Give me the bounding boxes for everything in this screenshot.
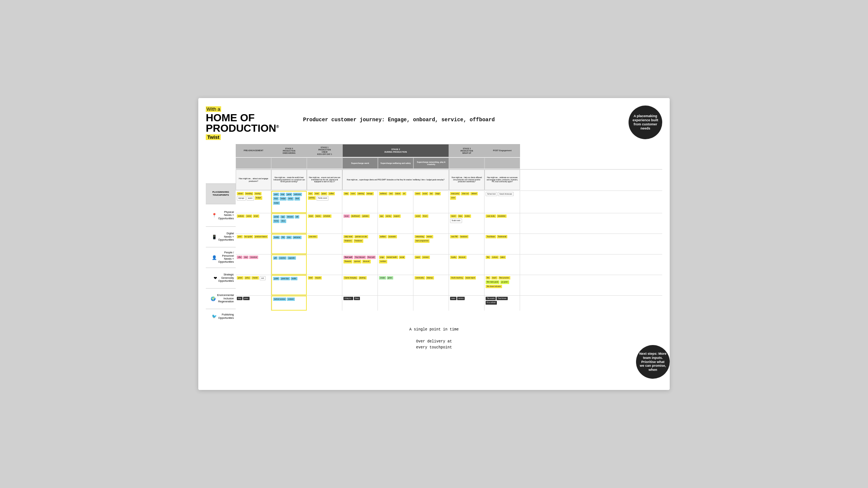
strategic-wellbeing: yoga mental health social nutrition <box>378 254 413 275</box>
strategic-pre: offer deal incentive <box>236 254 271 275</box>
publishing-icon: 🐦 <box>212 314 217 319</box>
strategic-network: event connect <box>413 254 449 275</box>
row-people: pitch tour guide producer liaison buddy … <box>236 234 662 254</box>
env-pre: green policy charter cert <box>236 275 271 295</box>
col-pre-engagement: PRE-ENGAGEMENT <box>236 144 271 157</box>
hmw-onboard: How might we... create the world's best … <box>271 170 307 190</box>
col-headers-row2: Supercharge work Supercharge wellbeing a… <box>236 158 662 169</box>
pub-pre: blog press <box>236 296 271 311</box>
people-pre: pitch tour guide producer liaison <box>236 234 271 254</box>
digital-work: issue dashboard updates <box>342 213 378 234</box>
people-work: daily meet partners on site Relations Fr… <box>342 234 378 254</box>
env-wellbeing: create green <box>378 275 413 295</box>
home-of-text: HOME OF <box>206 113 296 123</box>
row-label-environmental: 🌍 Environmental Inclusion Regeneration <box>206 288 236 309</box>
physical-icon: 📍 <box>212 213 217 218</box>
page-title: Producer customer journey: Engage, onboa… <box>296 106 662 123</box>
digital-post: case study newsletter <box>485 213 520 234</box>
hmw-label-cell: PLACEMAKING TOUCHPOINTS <box>206 183 236 204</box>
header: With a HOME OF PRODUCTION® Twist Produce… <box>206 106 662 140</box>
env-network: community cleanup <box>413 275 449 295</box>
row-label-physical: 📍 Physical Needs + Opportunities <box>206 204 236 226</box>
pub-wrapup: news comms <box>449 296 485 311</box>
env-work: Game changing planting <box>342 275 378 295</box>
hmw-row: How might we... attract and engage produ… <box>236 169 662 190</box>
row-label-people: 👤 People / Personnel Needs + Opportuniti… <box>206 247 236 268</box>
hmw-pre: How might we... attract and engage produ… <box>236 170 271 190</box>
pub-wellbeing <box>378 296 413 311</box>
hmw-during: How might we... supercharge clients and … <box>342 170 449 190</box>
digital-network: social forum <box>413 213 449 234</box>
sub-supercharge-wellbeing: Supercharge wellbeing and safety <box>378 158 413 169</box>
row-environmental: green policy charter cert guide green ti… <box>236 275 662 295</box>
env-onboard: guide green tips toolkit <box>271 275 307 295</box>
digital-pre: website social email <box>236 213 271 234</box>
strategic-wrapup: loyalty discount <box>449 254 485 275</box>
col-stage3: STAGE 3 PRODUCTION WRAP UP <box>449 144 485 157</box>
pub-post: The studio That thrives It's a school <box>485 296 520 311</box>
people-post: Touchbase Testimonial <box>485 234 520 254</box>
digital-kickoff: slack teams schedule <box>307 213 342 234</box>
people-wellbeing: welfare counselor <box>378 234 413 254</box>
digital-onboard: portal app intranet wifi forms docs <box>271 213 307 234</box>
production-text: PRODUCTION® <box>206 123 296 134</box>
row-publishing: blog press behind scenes content A day i… <box>236 295 662 310</box>
col-stage2: STAGE 2 DURING PRODUCTION <box>342 144 449 157</box>
sub-supercharge-work: Supercharge work <box>342 158 378 169</box>
left-labels: PLACEMAKING TOUCHPOINTS 📍 Physical Needs… <box>206 144 236 324</box>
people-kickoff: crew intro <box>307 234 342 254</box>
main-canvas: With a HOME OF PRODUCTION® Twist Produce… <box>198 98 670 390</box>
pub-onboard: behind scenes content <box>271 296 307 311</box>
col-stage1: STAGE 1 PRODUCTION CREW KICK-OFF DAY 1 <box>307 144 342 157</box>
people-onboard: buddy PM intro welcome <box>271 234 307 254</box>
env-wrapup: Atud's teaching waste report <box>449 275 485 295</box>
pub-work: A day in... Diary <box>342 296 378 311</box>
sub-supercharge-networking: Supercharge networking, play & creativit… <box>413 158 449 169</box>
digital-wrapup: report data review Studio tools <box>449 213 485 234</box>
people-icon: 👤 <box>212 255 217 260</box>
col-stage0: STAGE 0 PRODUCTION ONBOARDING <box>271 144 307 157</box>
digital-icon: 📱 <box>212 235 217 240</box>
row-strategic: offer deal incentive gift surprise upgra… <box>236 254 662 275</box>
environmental-icon: 🌍 <box>211 296 216 301</box>
row-label-publishing: 🐦 Publishing Opportunities <box>206 309 236 324</box>
journey-map: PLACEMAKING TOUCHPOINTS 📍 Physical Needs… <box>206 144 662 324</box>
twist-text: Twist <box>206 134 221 140</box>
physical-onboard: pack map guide welcome keys badge setup … <box>271 191 307 213</box>
env-kickoff: brief recycle <box>307 275 342 295</box>
grid-area: PRE-ENGAGEMENT STAGE 0 PRODUCTION ONBOAR… <box>236 144 662 324</box>
hmw-kickoff: How might we... ensure cast and crew are… <box>307 170 342 190</box>
with-a-text: With a <box>206 106 221 112</box>
col-headers-row1: PRE-ENGAGEMENT STAGE 0 PRODUCTION ONBOAR… <box>236 144 662 157</box>
physical-wrapup: wrap party clear out debrief store <box>449 191 485 213</box>
strategic-icon: ❤ <box>214 276 217 281</box>
people-wrapup: next PM handover <box>449 234 485 254</box>
pub-network <box>413 296 449 311</box>
hmw-post: How might we... celebrate our successes … <box>485 170 520 190</box>
row-label-strategic: ❤ Strategic Generosity Opportunities <box>206 268 236 288</box>
row-digital: website social email portal app intranet… <box>236 213 662 234</box>
people-network: networking mentor team programme <box>413 234 449 254</box>
bottom-caption: A single point in time Over delivery at … <box>206 327 662 351</box>
strategic-post: We nurture talent <box>485 254 520 275</box>
strategic-work: Start well Stay blessed Rest well Reward… <box>342 254 378 275</box>
env-post: We teach Best practice We make goals go … <box>485 275 520 295</box>
row-label-digital: 📱 Digital Needs + Opportunities <box>206 226 236 247</box>
physical-network: event social bar stage <box>413 191 449 213</box>
physical-pre: attract branding touring signage space b… <box>236 191 271 213</box>
logo-area: With a HOME OF PRODUCTION® Twist <box>206 106 296 140</box>
physical-kickoff: tour meet space coffee parking Public ev… <box>307 191 342 213</box>
digital-wellbeing: app survey support <box>378 213 413 234</box>
physical-work: daily room catering storage <box>342 191 378 213</box>
badge-nextsteps: Next steps: More team inputs. Prioritise… <box>636 345 670 379</box>
badge-placemaking: A placemaking experience built from cust… <box>629 106 662 139</box>
strategic-kickoff <box>307 254 342 275</box>
physical-wellbeing: wellness rest nature art <box>378 191 413 213</box>
row-physical: attract branding touring signage space b… <box>236 190 662 213</box>
physical-post: School visit Award showcase <box>485 191 520 213</box>
hmw-wrapup: How might we... help our clients offboar… <box>449 170 485 190</box>
pub-kickoff <box>307 296 342 311</box>
strategic-onboard: gift surprise upgrade <box>271 254 307 275</box>
col-post: POST Engagement <box>485 144 520 157</box>
